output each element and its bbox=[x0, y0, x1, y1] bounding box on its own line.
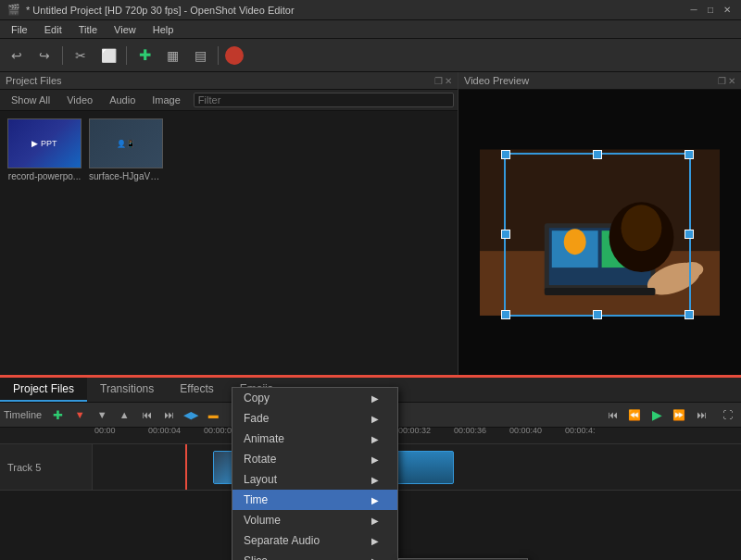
tab-video[interactable]: Video bbox=[59, 93, 100, 107]
ctx-volume-label: Volume bbox=[244, 514, 281, 527]
project-files-panel: Project Files ❐ ✕ Show All Video Audio I… bbox=[0, 72, 458, 375]
tab-audio[interactable]: Audio bbox=[102, 93, 143, 107]
track-up-button[interactable]: ▲ bbox=[114, 404, 134, 425]
ctx-copy[interactable]: Copy ▶ bbox=[232, 388, 397, 408]
tab-project-files[interactable]: Project Files bbox=[0, 378, 87, 402]
copy-button[interactable]: ⬜ bbox=[95, 43, 121, 68]
window-title: * Untitled Project [HD 720p 30 fps] - Op… bbox=[26, 5, 295, 16]
preview-close-button[interactable]: ✕ bbox=[728, 76, 735, 86]
preview-float-button[interactable]: ❐ bbox=[718, 76, 726, 86]
ctx-slice-arrow: ▶ bbox=[371, 556, 379, 561]
track-5-content[interactable]: surface-HJgaV... bbox=[93, 444, 741, 490]
ctx-animate-label: Animate bbox=[244, 432, 284, 445]
filter-tabs: Show All Video Audio Image bbox=[0, 90, 458, 111]
window-controls[interactable]: ─ □ ✕ bbox=[687, 4, 734, 17]
list-item[interactable]: ▶ PPT record-powerpo... bbox=[7, 118, 82, 181]
center-button[interactable]: ◀▶ bbox=[181, 404, 201, 425]
transport-forward[interactable]: ⏩ bbox=[669, 404, 689, 425]
ctx-fade-arrow: ▶ bbox=[371, 414, 379, 424]
ctx-animate-arrow: ▶ bbox=[371, 434, 379, 444]
panel-float-button[interactable]: ❐ bbox=[434, 76, 443, 86]
ctx-separate-audio-arrow: ▶ bbox=[371, 536, 379, 546]
cut-button[interactable]: ✂ bbox=[68, 43, 94, 68]
ctx-time-label: Time bbox=[244, 493, 268, 506]
redo-button[interactable]: ↪ bbox=[31, 43, 57, 68]
ruler-mark-6: 00:00:40 bbox=[509, 428, 542, 435]
tab-show-all[interactable]: Show All bbox=[4, 93, 57, 107]
remove-track-button[interactable]: ▼ bbox=[69, 404, 90, 425]
menu-title[interactable]: Title bbox=[71, 23, 105, 36]
panel-title-area: Project Files bbox=[6, 75, 62, 86]
tab-transitions[interactable]: Transitions bbox=[87, 378, 167, 402]
menu-edit[interactable]: Edit bbox=[37, 23, 69, 36]
ctx-separate-audio[interactable]: Separate Audio ▶ bbox=[232, 530, 397, 551]
maximize-button[interactable]: □ bbox=[704, 4, 717, 17]
svg-point-11 bbox=[681, 262, 703, 277]
ctx-rotate[interactable]: Rotate ▶ bbox=[232, 449, 397, 469]
toolbar-sep-1 bbox=[62, 46, 63, 65]
ruler-mark-5: 00:00:36 bbox=[454, 428, 486, 435]
close-button[interactable]: ✕ bbox=[721, 4, 734, 17]
tab-effects[interactable]: Effects bbox=[167, 378, 226, 402]
filter-input[interactable] bbox=[194, 93, 454, 107]
transport-start[interactable]: ⏮ bbox=[602, 404, 622, 425]
media-thumb-2: 👤📱 bbox=[89, 118, 163, 168]
add-track-button[interactable]: ✚ bbox=[47, 404, 68, 425]
media-grid: ▶ PPT record-powerpo... 👤📱 surface-HJgaV… bbox=[0, 111, 458, 375]
panel-close-button[interactable]: ✕ bbox=[445, 76, 452, 86]
ctx-volume-arrow: ▶ bbox=[371, 516, 379, 526]
ctx-copy-arrow: ▶ bbox=[371, 393, 379, 404]
ctx-fade[interactable]: Fade ▶ bbox=[232, 408, 397, 429]
transport-play[interactable]: ▶ bbox=[647, 404, 667, 425]
ruler-mark-4: 00:00:32 bbox=[398, 428, 431, 435]
ctx-volume[interactable]: Volume ▶ bbox=[232, 510, 397, 530]
fullscreen-button[interactable]: ⛶ bbox=[717, 404, 737, 425]
razor-button[interactable]: ▬ bbox=[203, 404, 223, 425]
transport-rewind[interactable]: ⏪ bbox=[624, 404, 645, 425]
undo-button[interactable]: ↩ bbox=[4, 43, 30, 68]
ctx-layout[interactable]: Layout ▶ bbox=[232, 469, 397, 490]
add-button[interactable]: ✚ bbox=[132, 43, 157, 68]
menu-view[interactable]: View bbox=[107, 23, 144, 36]
ctx-slice[interactable]: Slice ▶ bbox=[232, 551, 397, 560]
track-label-5: Track 5 bbox=[0, 444, 93, 490]
ctx-copy-label: Copy bbox=[244, 392, 270, 404]
timeline-label: Timeline bbox=[4, 409, 42, 420]
titlebar: 🎬 * Untitled Project [HD 720p 30 fps] - … bbox=[0, 0, 741, 20]
layout-button-1[interactable]: ▦ bbox=[159, 43, 185, 68]
preview-video bbox=[480, 118, 720, 346]
panel-header-controls[interactable]: ❐ ✕ bbox=[434, 76, 452, 86]
ctx-animate[interactable]: Animate ▶ bbox=[232, 429, 397, 449]
ruler-mark-1: 00:00:04 bbox=[148, 428, 181, 435]
preview-header-controls[interactable]: ❐ ✕ bbox=[718, 76, 735, 86]
minimize-button[interactable]: ─ bbox=[687, 4, 700, 17]
list-item[interactable]: 👤📱 surface-HJgaV1... bbox=[89, 118, 163, 181]
ctx-time[interactable]: Time ▶ bbox=[232, 490, 397, 510]
toolbar-sep-3 bbox=[218, 46, 219, 65]
svg-point-9 bbox=[621, 205, 661, 251]
context-menu: Copy ▶ Fade ▶ Animate ▶ Rotate ▶ Layout … bbox=[232, 387, 398, 560]
timeline-title: Timeline bbox=[4, 409, 42, 420]
tab-image[interactable]: Image bbox=[144, 93, 188, 107]
menu-file[interactable]: File bbox=[4, 23, 35, 36]
record-button[interactable] bbox=[225, 46, 244, 65]
top-area: Project Files ❐ ✕ Show All Video Audio I… bbox=[0, 72, 741, 378]
ctx-rotate-arrow: ▶ bbox=[371, 454, 379, 465]
svg-point-6 bbox=[564, 229, 586, 255]
menubar: File Edit Title View Help bbox=[0, 20, 741, 39]
media-label-2: surface-HJgaV1... bbox=[89, 171, 163, 181]
playhead bbox=[185, 444, 187, 490]
track-down-button[interactable]: ▼ bbox=[92, 404, 112, 425]
title-area: 🎬 * Untitled Project [HD 720p 30 fps] - … bbox=[7, 4, 295, 16]
next-marker-button[interactable]: ⏭ bbox=[158, 404, 179, 425]
track-5-name: Track 5 bbox=[7, 462, 41, 473]
transport-controls: ⏮ ⏪ ▶ ⏩ ⏭ ⛶ bbox=[602, 404, 737, 425]
prev-marker-button[interactable]: ⏮ bbox=[136, 404, 157, 425]
video-preview-panel: Video Preview ❐ ✕ bbox=[458, 72, 741, 375]
preview-screen bbox=[458, 90, 741, 375]
main-area: Project Files ❐ ✕ Show All Video Audio I… bbox=[0, 72, 741, 560]
menu-help[interactable]: Help bbox=[145, 23, 182, 36]
svg-rect-12 bbox=[545, 288, 656, 295]
transport-end[interactable]: ⏭ bbox=[691, 404, 711, 425]
layout-button-2[interactable]: ▤ bbox=[187, 43, 213, 68]
